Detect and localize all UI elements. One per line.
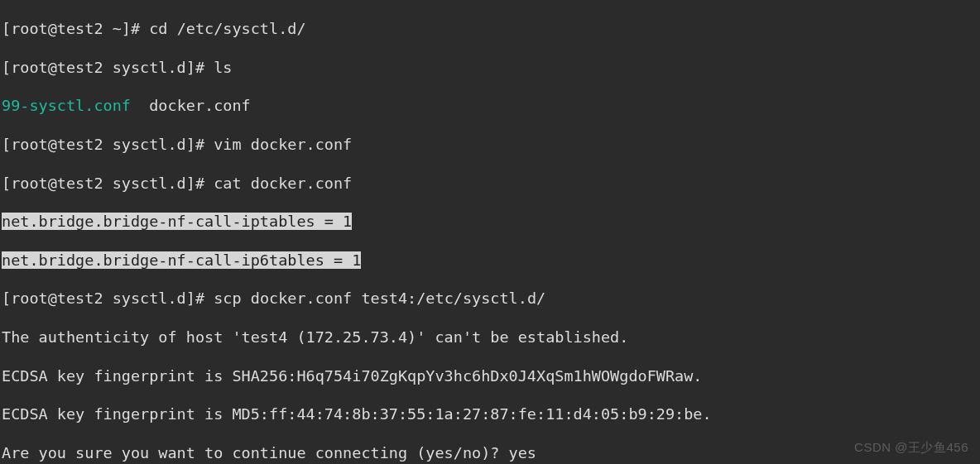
prompt: [root@test2 sysctl.d]# <box>2 175 214 192</box>
command: scp docker.conf test4:/etc/sysctl.d/ <box>214 289 545 307</box>
highlighted-config: net.bridge.bridge-nf-call-iptables = 1 <box>2 213 352 230</box>
cat-output: net.bridge.bridge-nf-call-iptables = 1 <box>2 212 980 231</box>
ssh-confirm-prompt: Are you sure you want to continue connec… <box>2 443 980 462</box>
prompt-line: [root@test2 sysctl.d]# scp docker.conf t… <box>2 289 980 308</box>
ssh-fingerprint: ECDSA key fingerprint is MD5:ff:44:74:8b… <box>2 404 980 423</box>
highlighted-config: net.bridge.bridge-nf-call-ip6tables = 1 <box>2 251 361 269</box>
command: cd /etc/sysctl.d/ <box>149 20 305 37</box>
command: ls <box>214 59 232 76</box>
ssh-auth-warning: The authenticity of host 'test4 (172.25.… <box>2 328 980 347</box>
terminal-output[interactable]: [root@test2 ~]# cd /etc/sysctl.d/ [root@… <box>0 0 980 464</box>
prompt: [root@test2 sysctl.d]# <box>2 136 214 153</box>
prompt: [root@test2 sysctl.d]# <box>2 59 214 76</box>
command: vim docker.conf <box>214 136 352 153</box>
cat-output: net.bridge.bridge-nf-call-ip6tables = 1 <box>2 251 980 270</box>
prompt-line: [root@test2 sysctl.d]# ls <box>2 58 980 77</box>
command: cat docker.conf <box>214 175 352 192</box>
prompt: [root@test2 sysctl.d]# <box>2 289 214 307</box>
ls-output: 99-sysctl.conf docker.conf <box>2 96 980 115</box>
ssh-fingerprint: ECDSA key fingerprint is SHA256:H6q754i7… <box>2 366 980 385</box>
prompt: [root@test2 ~]# <box>2 20 149 37</box>
ls-file: docker.conf <box>149 97 251 114</box>
ls-symlink: 99-sysctl.conf <box>2 97 131 114</box>
prompt-line: [root@test2 sysctl.d]# vim docker.conf <box>2 135 980 154</box>
prompt-line: [root@test2 sysctl.d]# cat docker.conf <box>2 174 980 193</box>
prompt-line: [root@test2 ~]# cd /etc/sysctl.d/ <box>2 19 980 38</box>
